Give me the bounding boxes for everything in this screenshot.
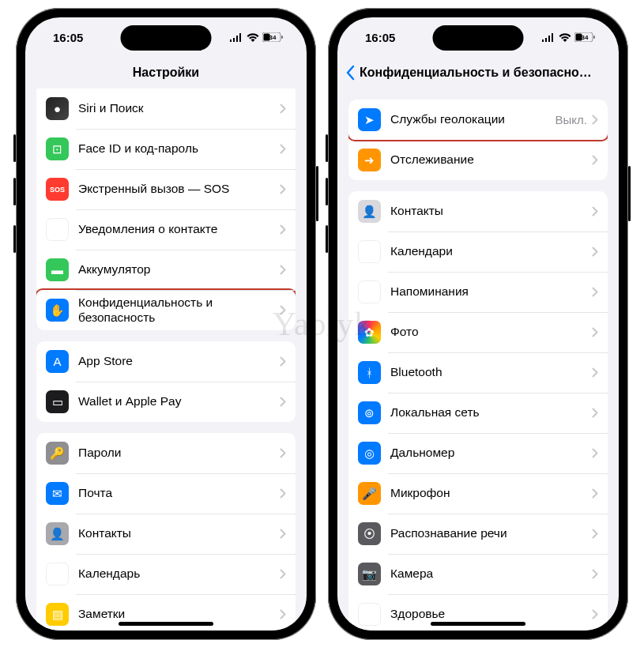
- row-label: Фото: [390, 325, 592, 340]
- home-indicator[interactable]: [431, 622, 525, 626]
- battery-icon: 34: [574, 32, 595, 42]
- battery-icon: 34: [262, 32, 283, 42]
- status-time: 16:05: [53, 31, 83, 44]
- localnet-icon: ⊚: [358, 401, 381, 424]
- row-exposure[interactable]: ☀Уведомления о контакте: [36, 209, 296, 250]
- status-indicators: 34: [230, 32, 283, 42]
- faceid-icon: ⊡: [46, 137, 69, 160]
- settings-group: ➤Службы геолокацииВыкл.➜Отслеживание: [348, 100, 608, 180]
- row-label: Пароли: [78, 446, 280, 461]
- row-battery[interactable]: ▬Аккумулятор: [36, 250, 296, 290]
- chevron-right-icon: [280, 184, 286, 194]
- content-right[interactable]: ➤Службы геолокацииВыкл.➜Отслеживание👤Кон…: [337, 88, 619, 631]
- chevron-right-icon: [280, 488, 286, 499]
- page-title: Настройки: [133, 66, 199, 80]
- wallet-icon: ▭: [46, 390, 69, 413]
- photos-icon: ✿: [358, 321, 381, 344]
- row-reminders2[interactable]: ⋮Напоминания: [348, 272, 608, 312]
- chevron-right-icon: [280, 265, 286, 275]
- chevron-right-icon: [592, 488, 598, 499]
- row-siri[interactable]: ●Siri и Поиск: [36, 88, 296, 129]
- contacts-icon: 👤: [46, 522, 69, 545]
- row-appstore[interactable]: AApp Store: [36, 341, 296, 382]
- calendar-icon: ▦: [46, 563, 69, 585]
- status-time: 16:05: [365, 31, 395, 44]
- row-label: Конфиденциальность и безопасность: [78, 296, 280, 325]
- contacts-icon: 👤: [358, 200, 381, 223]
- row-speech[interactable]: ⦿Распознавание речи: [348, 514, 608, 554]
- row-tracking[interactable]: ➜Отслеживание: [348, 140, 608, 180]
- chevron-right-icon: [280, 448, 286, 458]
- calendar-icon: ▦: [358, 240, 381, 263]
- row-label: Календарь: [78, 567, 280, 582]
- back-button[interactable]: [345, 65, 355, 81]
- svg-rect-6: [593, 36, 595, 39]
- battery-icon: ▬: [46, 258, 69, 281]
- hand-icon: ✋: [46, 299, 69, 322]
- chevron-right-icon: [280, 609, 286, 619]
- row-label: Календари: [390, 244, 592, 259]
- row-faceid[interactable]: ⊡Face ID и код-пароль: [36, 129, 296, 169]
- row-label: Почта: [78, 486, 280, 501]
- row-label: Контакты: [78, 526, 280, 541]
- row-photos[interactable]: ✿Фото: [348, 312, 608, 352]
- wifi-icon: [247, 33, 259, 42]
- dynamic-island: [433, 25, 524, 51]
- row-camera[interactable]: 📷Камера: [348, 554, 608, 594]
- nav-bar: Конфиденциальность и безопасность: [337, 57, 619, 88]
- row-label: Дальномер: [390, 446, 592, 461]
- row-mic[interactable]: 🎤Микрофон: [348, 473, 608, 514]
- svg-text:34: 34: [582, 34, 589, 41]
- chevron-right-icon: [280, 529, 286, 539]
- chevron-right-icon: [280, 356, 286, 367]
- row-label: Здоровье: [390, 607, 592, 622]
- row-calendar[interactable]: ▦Календарь: [36, 554, 296, 594]
- bluetooth-icon: ᚼ: [358, 361, 381, 384]
- row-contacts2[interactable]: 👤Контакты: [348, 191, 608, 232]
- dynamic-island: [121, 25, 212, 51]
- row-wallet[interactable]: ▭Wallet и Apple Pay: [36, 382, 296, 422]
- row-sos[interactable]: SOSЭкстренный вызов — SOS: [36, 169, 296, 209]
- camera-icon: 📷: [358, 563, 381, 585]
- row-label: Wallet и Apple Pay: [78, 394, 280, 409]
- row-passwords[interactable]: 🔑Пароли: [36, 433, 296, 473]
- row-label: Face ID и код-пароль: [78, 141, 280, 156]
- chevron-right-icon: [280, 397, 286, 407]
- row-label: Камера: [390, 567, 592, 582]
- row-value: Выкл.: [555, 113, 587, 126]
- status-indicators: 34: [542, 32, 595, 42]
- chevron-right-icon: [592, 609, 598, 619]
- content-left[interactable]: ●Siri и Поиск⊡Face ID и код-парольSOSЭкс…: [25, 88, 307, 631]
- row-label: Контакты: [390, 204, 592, 219]
- chevron-right-icon: [592, 569, 598, 579]
- row-privacy[interactable]: ✋Конфиденциальность и безопасность: [36, 290, 296, 330]
- chevron-right-icon: [592, 529, 598, 539]
- row-bluetooth[interactable]: ᚼBluetooth: [348, 352, 608, 393]
- reminders-icon: ⋮: [358, 280, 381, 303]
- screen-right: 16:05 34 Конфиденциальность и безопаснос…: [337, 17, 619, 631]
- row-label: Микрофон: [390, 486, 592, 501]
- chevron-right-icon: [592, 206, 598, 216]
- phone-right: 16:05 34 Конфиденциальность и безопаснос…: [328, 8, 628, 640]
- row-location[interactable]: ➤Службы геолокацииВыкл.: [348, 100, 608, 140]
- chevron-right-icon: [280, 569, 286, 579]
- row-label: Siri и Поиск: [78, 101, 280, 116]
- mic-icon: 🎤: [358, 482, 381, 505]
- row-contacts[interactable]: 👤Контакты: [36, 514, 296, 554]
- row-mail[interactable]: ✉Почта: [36, 473, 296, 514]
- row-label: Экстренный вызов — SOS: [78, 182, 280, 197]
- appstore-icon: A: [46, 350, 69, 373]
- chevron-left-icon: [345, 65, 355, 81]
- health-icon: ♥: [358, 603, 381, 626]
- cellular-icon: [230, 33, 243, 42]
- row-calendars[interactable]: ▦Календари: [348, 232, 608, 272]
- home-indicator[interactable]: [119, 622, 213, 626]
- speech-icon: ⦿: [358, 522, 381, 545]
- nav-bar: Настройки: [25, 57, 307, 88]
- row-nearby[interactable]: ◎Дальномер: [348, 433, 608, 473]
- siri-icon: ●: [46, 97, 69, 120]
- chevron-right-icon: [592, 367, 598, 378]
- row-localnet[interactable]: ⊚Локальная сеть: [348, 393, 608, 433]
- tracking-icon: ➜: [358, 149, 381, 171]
- chevron-right-icon: [592, 287, 598, 297]
